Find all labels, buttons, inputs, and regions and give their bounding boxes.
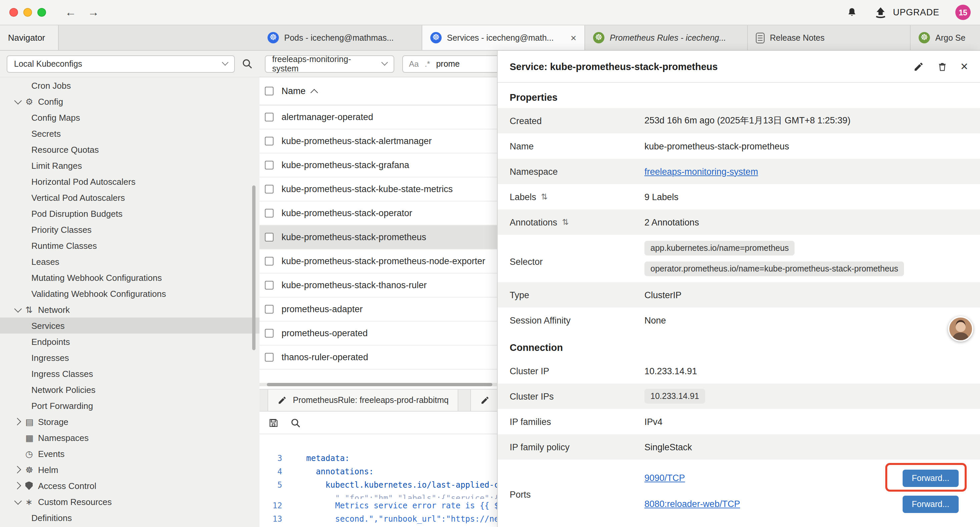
sort-toggle-icon[interactable]: ⇅ bbox=[562, 218, 569, 227]
chevron-spacer bbox=[13, 449, 23, 458]
close-drawer-icon[interactable]: × bbox=[961, 60, 968, 73]
editor-tab-prometheusrule[interactable]: PrometheusRule: freeleaps-prod-rabbitmq bbox=[267, 390, 459, 411]
row-checkbox[interactable] bbox=[265, 113, 274, 121]
tab-pods-icecheng-mathmas[interactable]: ☸Pods - icecheng@mathmas... bbox=[259, 25, 422, 50]
save-icon[interactable] bbox=[268, 417, 279, 428]
sidebar-item-resource-quotas[interactable]: Resource Quotas bbox=[0, 142, 259, 158]
tab-close-icon[interactable]: × bbox=[570, 33, 576, 43]
row-checkbox[interactable] bbox=[265, 257, 274, 266]
sidebar-item-storage[interactable]: ▤Storage bbox=[0, 414, 259, 430]
sidebar-item-runtime-classes[interactable]: Runtime Classes bbox=[0, 237, 259, 253]
edit-pencil-icon[interactable] bbox=[913, 61, 924, 72]
value-chip: app.kubernetes.io/name=prometheus bbox=[644, 241, 795, 255]
sidebar-item-config[interactable]: ⚙Config bbox=[0, 93, 259, 110]
sidebar-item-services[interactable]: Services bbox=[0, 318, 259, 334]
chevron-down-icon[interactable] bbox=[13, 305, 23, 314]
sidebar-item-custom-resources[interactable]: ∗Custom Resources bbox=[0, 494, 259, 509]
namespace-link[interactable]: freeleaps-monitoring-system bbox=[644, 166, 758, 177]
row-name: prometheus-adapter bbox=[282, 304, 363, 314]
row-checkbox[interactable] bbox=[265, 281, 274, 290]
row-checkbox[interactable] bbox=[265, 161, 274, 169]
upgrade-button[interactable]: UPGRADE bbox=[874, 6, 939, 18]
select-all-checkbox[interactable] bbox=[265, 87, 274, 96]
sidebar-item-namespaces[interactable]: ▦Namespaces bbox=[0, 430, 259, 446]
namespace-selector-value: freeleaps-monitoring-system bbox=[272, 54, 377, 73]
row-checkbox[interactable] bbox=[265, 233, 274, 242]
chevron-right-icon[interactable] bbox=[13, 481, 23, 490]
sidebar-item-secrets[interactable]: Secrets bbox=[0, 126, 259, 142]
navigator-panel-tab[interactable]: Navigator bbox=[0, 25, 59, 50]
sidebar-item-config-maps[interactable]: Config Maps bbox=[0, 110, 259, 126]
sidebar-item-ingresses[interactable]: Ingresses bbox=[0, 350, 259, 366]
chevron-right-icon[interactable] bbox=[13, 417, 23, 426]
sort-toggle-icon[interactable]: ⇅ bbox=[541, 192, 548, 201]
match-case-toggle[interactable]: Aa bbox=[409, 59, 418, 68]
sidebar-item-pod-disruption-budgets[interactable]: Pod Disruption Budgets bbox=[0, 205, 259, 221]
row-checkbox[interactable] bbox=[265, 329, 274, 338]
forward-arrow-icon[interactable]: → bbox=[85, 7, 102, 18]
sidebar-item-events[interactable]: ◷Events bbox=[0, 446, 259, 462]
row-checkbox[interactable] bbox=[265, 209, 274, 218]
row-checkbox[interactable] bbox=[265, 137, 274, 145]
chevron-right-icon[interactable] bbox=[13, 465, 23, 474]
tab-prometheus-rules-icecheng[interactable]: ☸Prometheus Rules - icecheng... bbox=[585, 25, 748, 50]
notifications-bell-icon[interactable] bbox=[846, 6, 858, 18]
sidebar-item-network-policies[interactable]: Network Policies bbox=[0, 382, 259, 398]
forward-button[interactable]: Forward... bbox=[902, 495, 959, 513]
user-avatar[interactable] bbox=[948, 316, 973, 342]
close-window-button[interactable] bbox=[10, 8, 18, 17]
row-name: kube-prometheus-stack-kube-state-metrics bbox=[282, 184, 453, 194]
row-value-text: SingleStack bbox=[644, 442, 692, 452]
minimize-window-button[interactable] bbox=[23, 8, 32, 17]
asterisk-icon: ∗ bbox=[25, 496, 38, 507]
sidebar-item-ingress-classes[interactable]: Ingress Classes bbox=[0, 366, 259, 382]
forward-button[interactable]: Forward... bbox=[902, 469, 959, 487]
sidebar-scrollbar[interactable] bbox=[252, 185, 256, 350]
sidebar-item-label: Events bbox=[38, 449, 65, 459]
sidebar-item-access-control[interactable]: Access Control bbox=[0, 478, 259, 494]
row-checkbox[interactable] bbox=[265, 305, 274, 314]
regex-toggle[interactable]: .* bbox=[425, 59, 430, 68]
navigator-tree: Cron Jobs⚙ConfigConfig MapsSecretsResour… bbox=[0, 77, 259, 527]
sidebar-item-limit-ranges[interactable]: Limit Ranges bbox=[0, 158, 259, 174]
sidebar-item-mutating-webhook-configurations[interactable]: Mutating Webhook Configurations bbox=[0, 269, 259, 285]
sidebar-item-helm[interactable]: ☸Helm bbox=[0, 462, 259, 478]
delete-trash-icon[interactable] bbox=[937, 61, 947, 72]
sidebar-search-icon[interactable] bbox=[242, 58, 253, 69]
row-name: kube-prometheus-stack-thanos-ruler bbox=[282, 280, 426, 290]
back-arrow-icon[interactable]: ← bbox=[62, 7, 80, 18]
sidebar-item-horizontal-pod-autoscalers[interactable]: Horizontal Pod Autoscalers bbox=[0, 174, 259, 189]
row-checkbox[interactable] bbox=[265, 353, 274, 361]
sidebar-item-definitions[interactable]: Definitions bbox=[0, 509, 259, 525]
chevron-down-icon[interactable] bbox=[13, 497, 23, 506]
service-detail-drawer: Service: kube-prometheus-stack-prometheu… bbox=[497, 51, 980, 527]
horizontal-scrollbar[interactable] bbox=[267, 383, 492, 386]
row-checkbox[interactable] bbox=[265, 185, 274, 193]
sidebar-item-priority-classes[interactable]: Priority Classes bbox=[0, 221, 259, 237]
line-number: 3 bbox=[267, 452, 282, 465]
namespace-selector[interactable]: freeleaps-monitoring-system bbox=[265, 55, 394, 72]
sidebar-item-validating-webhook-configurations[interactable]: Validating Webhook Configurations bbox=[0, 285, 259, 301]
sidebar-item-vertical-pod-autoscalers[interactable]: Vertical Pod Autoscalers bbox=[0, 189, 259, 205]
sidebar-item-leases[interactable]: Leases bbox=[0, 253, 259, 269]
row-value: 9090/TCPForward...8080:reloader-web/TCPF… bbox=[644, 465, 968, 517]
sidebar-item-port-forwarding[interactable]: Port Forwarding bbox=[0, 398, 259, 414]
port-link[interactable]: 8080:reloader-web/TCP bbox=[644, 499, 740, 509]
maximize-window-button[interactable] bbox=[37, 8, 46, 17]
tab-argo-se[interactable]: ☸Argo Se bbox=[911, 25, 980, 50]
port-link[interactable]: 9090/TCP bbox=[644, 473, 685, 483]
tab-services-icecheng-math[interactable]: ☸Services - icecheng@math...× bbox=[422, 25, 585, 50]
name-column-header[interactable]: Name bbox=[282, 86, 317, 96]
sidebar-item-cron-jobs[interactable]: Cron Jobs bbox=[0, 77, 259, 93]
tab-label: Prometheus Rules - icecheng... bbox=[610, 33, 739, 42]
code-text: Metrics service error rate is {{ $va bbox=[306, 499, 509, 512]
line-number: 5 bbox=[267, 478, 282, 492]
kubeconfig-selector[interactable]: Local Kubeconfigs bbox=[7, 55, 235, 72]
editor-search-icon[interactable] bbox=[290, 417, 301, 428]
row-value: ClusterIP bbox=[644, 286, 968, 304]
chevron-down-icon[interactable] bbox=[13, 97, 23, 106]
notification-count-badge[interactable]: 15 bbox=[955, 5, 970, 20]
tab-release-notes[interactable]: Release Notes bbox=[748, 25, 911, 50]
sidebar-item-endpoints[interactable]: Endpoints bbox=[0, 334, 259, 350]
sidebar-item-network[interactable]: ⇅Network bbox=[0, 301, 259, 318]
